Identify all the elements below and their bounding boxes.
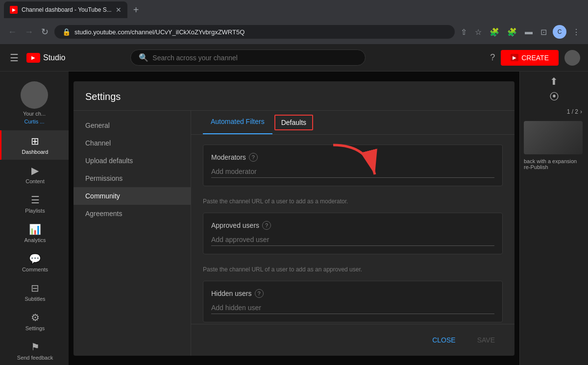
yt-studio-logo: Studio (26, 53, 65, 63)
settings-content: Automated Filters Defaults Moderators ? (191, 111, 514, 356)
hidden-users-label: Hidden users ? (211, 289, 494, 298)
browser-chrome: ▶ Channel dashboard - YouTube S... ✕ + ←… (0, 0, 588, 44)
moderators-label-text: Moderators (211, 153, 246, 161)
search-input[interactable] (152, 54, 357, 62)
settings-nav-permissions[interactable]: Permissions (74, 170, 191, 187)
bookmark-icon[interactable]: ☆ (473, 25, 484, 39)
help-button[interactable]: ? (490, 52, 495, 63)
extension-icon[interactable]: 🧩 (505, 25, 519, 39)
save-button[interactable]: SAVE (469, 332, 503, 348)
create-button[interactable]: ▶ CREATE (501, 50, 559, 66)
approved-users-input[interactable] (211, 234, 494, 246)
youtube-icon (26, 53, 40, 63)
sidebar: Your ch... Curtis ... ⊞ Dashboard ▶ Cont… (0, 72, 69, 365)
expand-text: back with a expansion re-Publish (524, 158, 584, 170)
tab-automated-filters[interactable]: Automated Filters (203, 111, 272, 134)
sidebar-nav: ⊞ Dashboard ▶ Content ☰ Playlists 📊 Anal… (0, 130, 69, 365)
settings-tabs: Automated Filters Defaults (191, 111, 514, 135)
channel-info: Your ch... Curtis ... (0, 75, 69, 130)
reload-button[interactable]: ↻ (39, 24, 50, 39)
settings-nav-agreements[interactable]: Agreements (74, 205, 191, 222)
forward-button[interactable]: → (23, 25, 35, 39)
menu-icon[interactable]: ⋮ (570, 25, 582, 39)
approved-users-help-icon[interactable]: ? (262, 221, 271, 230)
sidebar-item-subtitles[interactable]: ⊟ Subtitles (0, 277, 69, 307)
channel-link[interactable]: Curtis ... (24, 119, 45, 124)
settings-sidebar: General Channel Upload defaults Permissi… (74, 111, 191, 356)
settings-nav-community[interactable]: Community (74, 187, 191, 205)
right-panel: ⬆ ⦿ 1 / 2 › back with a expansion re-Pub… (519, 72, 588, 365)
hidden-users-input[interactable] (211, 302, 494, 314)
sidebar-item-dashboard[interactable]: ⊞ Dashboard (0, 130, 69, 160)
pagination-text: 1 / 2 (567, 108, 578, 115)
content-area: Settings General Channel Upload defaults… (69, 72, 519, 365)
search-icon: 🔍 (139, 53, 148, 62)
settings-title: Settings (85, 91, 121, 102)
settings-nav-upload-defaults[interactable]: Upload defaults (74, 152, 191, 170)
approved-users-section: Approved users ? (203, 213, 503, 254)
approved-users-label-text: Approved users (211, 221, 259, 229)
approved-users-label: Approved users ? (211, 221, 494, 230)
pagination-next[interactable]: › (580, 108, 582, 115)
search-bar[interactable]: 🔍 (130, 49, 366, 66)
pagination: 1 / 2 › (524, 106, 584, 117)
hidden-users-label-text: Hidden users (211, 290, 252, 297)
main-layout: Your ch... Curtis ... ⊞ Dashboard ▶ Cont… (0, 72, 588, 365)
upload-icon[interactable]: ⬆ (524, 75, 584, 87)
moderators-label: Moderators ? (211, 153, 494, 162)
extension-puzzle-icon[interactable]: 🧩 (488, 25, 501, 39)
top-bar: ☰ Studio 🔍 ? ▶ CREATE (0, 44, 588, 72)
sidebar-item-label: Send feedback (17, 355, 53, 361)
hidden-users-section: Hidden users ? (203, 281, 503, 322)
close-tab-button[interactable]: ✕ (116, 6, 122, 14)
right-thumbnail (524, 121, 583, 154)
subtitles-icon: ⊟ (31, 282, 39, 294)
new-tab-button[interactable]: + (129, 2, 143, 18)
live-icon[interactable]: ⦿ (524, 91, 584, 102)
sidebar-item-label: Subtitles (24, 296, 45, 302)
app: ☰ Studio 🔍 ? ▶ CREATE Your ch... Curtis … (0, 44, 588, 365)
moderators-hint: Paste the channel URL of a user to add a… (203, 198, 503, 205)
sidebar-item-settings[interactable]: ⚙ Settings (0, 307, 69, 336)
studio-text: Studio (43, 53, 65, 62)
analytics-icon: 📊 (29, 223, 41, 235)
settings-nav-general[interactable]: General (74, 117, 191, 134)
back-button[interactable]: ← (6, 25, 19, 39)
sidebar-item-content[interactable]: ▶ Content (0, 160, 69, 189)
moderators-input[interactable] (211, 166, 494, 178)
share-icon[interactable]: ⇧ (459, 25, 469, 39)
sidebar-item-comments[interactable]: 💬 Comments (0, 248, 69, 277)
address-bar[interactable]: 🔒 studio.youtube.com/channel/UCvY_iICkXo… (54, 25, 455, 39)
tab-defaults[interactable]: Defaults (274, 115, 313, 130)
settings-footer: CLOSE SAVE (191, 324, 514, 356)
sidebar-item-playlists[interactable]: ☰ Playlists (0, 189, 69, 219)
thumbnail-image (524, 121, 583, 154)
account-avatar[interactable] (564, 50, 580, 66)
toolbar-icons: ⇧ ☆ 🧩 🧩 ▬ ⊡ C ⋮ (459, 25, 582, 39)
settings-body: General Channel Upload defaults Permissi… (74, 111, 514, 356)
settings-modal: Settings General Channel Upload defaults… (74, 81, 514, 356)
tab-title: Channel dashboard - YouTube S... (22, 6, 112, 13)
tab-favicon: ▶ (10, 6, 18, 14)
cast-icon[interactable]: ▬ (523, 25, 535, 38)
settings-nav-channel[interactable]: Channel (74, 134, 191, 152)
tab-bar: ▶ Channel dashboard - YouTube S... ✕ + (0, 0, 588, 20)
active-tab[interactable]: ▶ Channel dashboard - YouTube S... ✕ (4, 1, 127, 18)
lock-icon: 🔒 (62, 28, 71, 36)
approved-users-hint: Paste the channel URL of a user to add a… (203, 266, 503, 273)
sidebar-item-feedback[interactable]: ⚑ Send feedback (0, 336, 69, 365)
channel-name: Your ch... (23, 111, 46, 117)
hamburger-menu[interactable]: ☰ (8, 50, 21, 66)
channel-avatar[interactable] (21, 81, 48, 109)
moderators-help-icon[interactable]: ? (249, 153, 258, 162)
sidebar-item-analytics[interactable]: 📊 Analytics (0, 219, 69, 248)
sidebar-item-label: Dashboard (22, 149, 49, 155)
hidden-users-help-icon[interactable]: ? (255, 289, 264, 298)
settings-panel: Moderators ? Paste the channel URL of a … (191, 135, 514, 324)
close-button[interactable]: CLOSE (424, 332, 463, 348)
settings-header: Settings (74, 81, 514, 111)
split-icon[interactable]: ⊡ (539, 25, 549, 39)
sidebar-item-label: Playlists (25, 208, 45, 214)
content-icon: ▶ (31, 165, 39, 176)
browser-profile-avatar[interactable]: C (553, 25, 566, 39)
